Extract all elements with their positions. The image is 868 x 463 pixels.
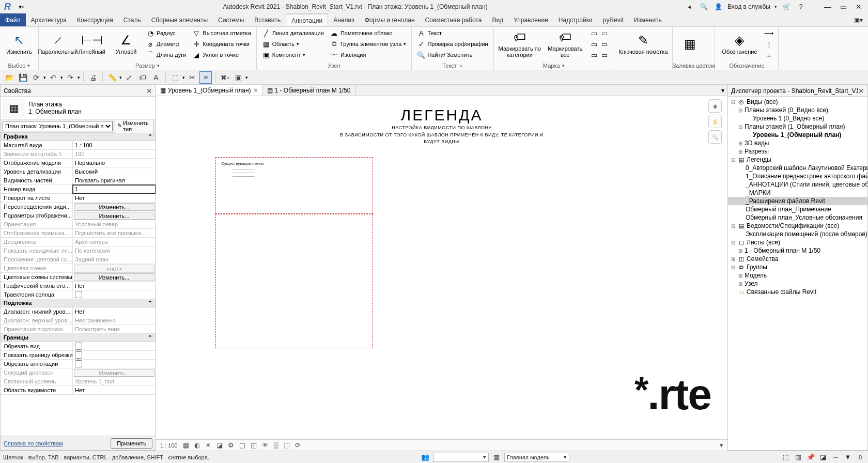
tag-all-button[interactable]: 🏷Маркировать все [545, 28, 586, 60]
qat-open-icon[interactable]: 📂 [3, 71, 16, 84]
qat-section-icon[interactable]: ✂ [186, 71, 198, 84]
color-fill-button[interactable]: ▦ [676, 28, 705, 60]
crop-icon[interactable]: ▢ [239, 441, 245, 449]
menu-pyrevit[interactable]: pyRevit [598, 13, 629, 26]
close-button[interactable]: ✕ [851, 0, 866, 13]
view-number-input[interactable]: 1 [73, 185, 156, 193]
menu-analyze[interactable]: Анализ [328, 13, 360, 26]
edit-type-button[interactable]: ✎Изменить тип [115, 119, 153, 133]
crop-show-icon[interactable]: ◫ [251, 441, 257, 449]
properties-help-link[interactable]: Справка по свойствам [4, 440, 63, 446]
qat-close-inactive-icon[interactable]: ✖▫ [219, 71, 231, 84]
tree-groups[interactable]: ⊟⧉Группы [728, 263, 867, 271]
tab-options-icon[interactable]: ▾ [718, 85, 727, 96]
menu-options-icon[interactable]: ▣▾ [849, 13, 868, 26]
menu-precast[interactable]: Сборные элементы [146, 13, 213, 26]
status-drag-icon[interactable]: ↔ [831, 453, 840, 462]
view-tab-sheet[interactable]: ▤ 1 - Обмерный план М 1/50 [263, 85, 355, 96]
menu-collaborate[interactable]: Совместная работа [420, 13, 487, 26]
rotation-value[interactable]: Нет [73, 194, 156, 202]
crop-annot-checkbox[interactable] [75, 360, 82, 367]
navigation-bar[interactable]: ◉ ✋ 🔍 [708, 99, 722, 146]
status-select-face-icon[interactable]: ◪ [818, 453, 828, 462]
tree-legend-1[interactable]: 1_Описание преднастроек авторского файла… [728, 172, 867, 180]
menu-manage[interactable]: Управление [508, 13, 553, 26]
tree-floorplans-0[interactable]: ⊟Планы этажей (0_Видно все) [728, 106, 867, 114]
graphic-options-button[interactable]: Изменить... [74, 212, 154, 220]
qat-tag-icon[interactable]: 🏷 [136, 71, 149, 84]
scope-box-value[interactable]: Нет [73, 386, 156, 394]
instance-selector[interactable]: План этажа: Уровень 1_(Обмерный п [3, 121, 113, 131]
minimize-button[interactable]: — [820, 0, 835, 13]
temp-hide-icon[interactable]: ▒ [274, 441, 278, 449]
radius-button[interactable]: ◔Радиус [144, 28, 188, 38]
tree-group-model[interactable]: ⊞Модель [728, 271, 867, 280]
reveal-icon[interactable]: ⬚ [284, 441, 290, 449]
group-graphics[interactable]: Графика⌃ [1, 133, 156, 141]
insulation-button[interactable]: 〰Изоляция [328, 50, 408, 60]
sym-opt2[interactable]: ⋮ [763, 39, 775, 49]
qat-sync-icon[interactable]: ⟳ [30, 71, 42, 84]
status-select-underlay-icon[interactable]: ▥ [794, 453, 803, 462]
view-options-icon[interactable]: ▾ [720, 441, 723, 449]
nav-wheel-icon[interactable]: ◉ [708, 99, 722, 113]
close-tab-icon[interactable]: ✕ [253, 87, 258, 94]
user-icon[interactable]: 👤 [713, 2, 723, 12]
menu-file[interactable]: Файл [0, 13, 26, 26]
detail-level-value[interactable]: Высокий [73, 167, 156, 176]
cart-icon[interactable]: 🛒 [781, 2, 792, 12]
tree-legends[interactable]: ⊟▤Легенды [728, 156, 867, 164]
tree-families[interactable]: ⊞◫Семейства [728, 255, 867, 263]
menu-addins[interactable]: Надстройки [553, 13, 598, 26]
constraints-icon[interactable]: ⟳ [295, 441, 301, 449]
keynote-button[interactable]: ✎Ключевая пометка [617, 28, 669, 60]
tree-schedule-0[interactable]: Экспликация помещений (после обмеров) [728, 230, 867, 238]
tree-schedules[interactable]: ⊟▤Ведомости/Спецификации (все) [728, 222, 867, 230]
diameter-button[interactable]: ⌀Диаметр [144, 39, 188, 49]
type-selector[interactable]: ▦ План этажа 1_Обмерный план [1, 97, 156, 119]
qat-switch-windows-icon[interactable]: ▣ [232, 71, 244, 84]
qat-print-icon[interactable]: 🖨 [87, 71, 99, 84]
find-replace-button[interactable]: 🔍Найти/ Заменить [415, 50, 490, 60]
text-button[interactable]: AТекст [415, 28, 490, 38]
status-filter-icon[interactable]: ▼ [843, 453, 853, 462]
nav-zoom-icon[interactable]: 🔍 [708, 130, 722, 144]
qat-3d-icon[interactable]: ⬚ [169, 71, 181, 84]
status-workset[interactable]: ▾ [433, 453, 489, 462]
tree-floorplans-1[interactable]: ⊟Планы этажей (1_Обмерный план) [728, 122, 867, 131]
status-select-pinned-icon[interactable]: 📌 [806, 453, 815, 462]
qat-thinlines-icon[interactable]: ≡ [199, 71, 212, 84]
menu-steel[interactable]: Сталь [118, 13, 146, 26]
tree-sheet-0[interactable]: ⊞1 - Обмерный план М 1/50 [728, 246, 867, 255]
apply-button[interactable]: Применить [111, 438, 152, 449]
help-icon[interactable]: ? [796, 2, 806, 12]
tree-legend-2[interactable]: _АННОТАЦИИ (Стили линий, цветовые област… [728, 180, 867, 189]
qat-redo-icon[interactable]: ↷ [64, 71, 76, 84]
group-extents[interactable]: Границы⌃ [1, 334, 156, 342]
shadows-icon[interactable]: ◪ [216, 441, 223, 449]
browser-close-icon[interactable]: ✕ [858, 87, 864, 95]
detail-line-button[interactable]: ╱Линия детализации [260, 28, 326, 38]
angular-dim-button[interactable]: ∠Угловой [110, 28, 142, 60]
signin-link[interactable]: Вход в службы [727, 3, 770, 10]
tag-opt3[interactable]: ▭▭ [588, 50, 611, 60]
tag-category-button[interactable]: 🏷Маркировать по категории [497, 28, 542, 60]
spot-slope-button[interactable]: ◢Уклон в точке [190, 50, 253, 60]
spot-elevation-button[interactable]: ▽Высотная отметка [190, 28, 253, 38]
visibility-override-button[interactable]: Изменить... [74, 203, 154, 211]
menu-systems[interactable]: Системы [213, 13, 249, 26]
menu-structure[interactable]: Конструкция [72, 13, 118, 26]
nav-pan-icon[interactable]: ✋ [708, 115, 722, 128]
tree-legend-5[interactable]: Обмерный план_Примечание [728, 205, 867, 213]
unhide-icon[interactable]: 👁 [262, 441, 269, 449]
status-main-model[interactable]: Главная модель ▾ [504, 453, 569, 462]
tag-opt2[interactable]: ▭▭ [588, 39, 611, 49]
qat-text-icon[interactable]: A [150, 71, 162, 84]
menu-insert[interactable]: Вставить [249, 13, 286, 26]
qat-save-icon[interactable]: 💾 [17, 71, 29, 84]
sym-opt1[interactable]: ⟶ [763, 28, 775, 38]
qat-align-icon[interactable]: ⤢ [123, 71, 135, 84]
modify-button[interactable]: ↖ Изменить [3, 28, 35, 60]
menu-annotate[interactable]: Аннотации [286, 13, 328, 26]
menu-massing[interactable]: Формы и генплан [360, 13, 420, 26]
